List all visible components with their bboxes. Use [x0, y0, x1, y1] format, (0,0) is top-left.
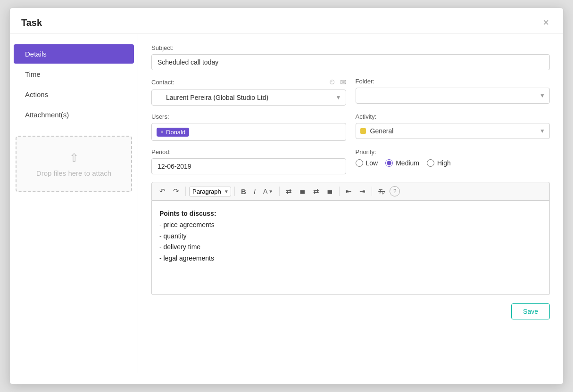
contact-label: Contact:: [151, 79, 174, 86]
clear-format-button[interactable]: Tₚ: [375, 186, 388, 197]
modal-header: Task ×: [10, 8, 563, 34]
modal-body: Details Time Actions Attachment(s) ⇧ Dro…: [10, 34, 563, 373]
activity-select-wrapper: General ▼: [356, 123, 550, 139]
sidebar-item-actions[interactable]: Actions: [14, 85, 134, 104]
period-label: Period:: [151, 148, 346, 155]
main-content: Subject: Contact: ☺ ✉ ☺: [138, 34, 563, 373]
person-icon[interactable]: ☺: [328, 78, 336, 87]
redo-button[interactable]: ↷: [170, 185, 182, 197]
users-label: Users:: [151, 113, 346, 120]
editor-toolbar: ↶ ↷ Paragraph ▼ B I A ▼: [151, 182, 550, 201]
outdent-button[interactable]: ⇤: [343, 185, 355, 197]
toolbar-sep-4: [339, 187, 340, 196]
sidebar-item-attachments[interactable]: Attachment(s): [14, 105, 134, 124]
activity-label: Activity:: [356, 113, 550, 120]
folder-group: Folder: ▼: [356, 78, 550, 106]
contact-icons: ☺ ✉: [328, 78, 346, 87]
priority-high-radio[interactable]: [427, 159, 434, 167]
subject-input[interactable]: [151, 54, 550, 70]
undo-button[interactable]: ↶: [157, 185, 168, 197]
save-button[interactable]: Save: [511, 303, 550, 319]
task-modal: Task × Details Time Actions Attachment(s…: [9, 8, 564, 384]
priority-high[interactable]: High: [427, 159, 451, 167]
upload-icon: ⇧: [69, 151, 79, 164]
activity-select[interactable]: General: [356, 123, 550, 139]
priority-medium[interactable]: Medium: [385, 159, 419, 167]
align-left-button[interactable]: ⇄: [283, 185, 295, 197]
activity-group: Activity: General ▼: [356, 113, 550, 141]
editor-body[interactable]: Points to discuss: - price agreements - …: [151, 201, 550, 295]
priority-label: Priority:: [356, 148, 550, 155]
contact-select-wrapper-inner: Laurent Pereira (Global Studio Ltd) ▼: [151, 90, 346, 106]
highlight-button[interactable]: A ▼: [260, 186, 276, 197]
period-input[interactable]: [151, 158, 346, 174]
toolbar-sep-1: [185, 187, 186, 196]
priority-medium-radio[interactable]: [385, 159, 393, 167]
highlight-dropdown[interactable]: ▼: [268, 189, 273, 194]
folder-select-wrapper: ▼: [356, 88, 550, 104]
help-button[interactable]: ?: [390, 186, 400, 196]
priority-low-radio[interactable]: [356, 159, 363, 167]
toolbar-sep-5: [372, 187, 372, 196]
subject-row: Subject:: [151, 44, 550, 70]
users-input[interactable]: × Donald: [151, 123, 346, 141]
paragraph-select[interactable]: Paragraph: [189, 187, 231, 196]
align-justify-button[interactable]: ≣: [324, 185, 336, 197]
editor-line-2: - quantity: [159, 231, 542, 242]
user-tag-donald: × Donald: [157, 128, 189, 137]
editor: ↶ ↷ Paragraph ▼ B I A ▼: [151, 182, 550, 295]
toolbar-sep-2: [234, 187, 235, 196]
editor-line-4: - legal agreements: [159, 253, 542, 264]
folder-select[interactable]: [356, 88, 550, 104]
close-button[interactable]: ×: [540, 16, 552, 29]
contact-select[interactable]: Laurent Pereira (Global Studio Ltd): [151, 90, 346, 106]
italic-button[interactable]: I: [251, 186, 258, 197]
subject-label: Subject:: [151, 44, 550, 51]
paragraph-wrapper: Paragraph ▼: [189, 187, 231, 196]
drop-zone-label: Drop files here to attach: [36, 169, 111, 177]
editor-line-3: - delivery time: [159, 242, 542, 253]
users-group: Users: × Donald: [151, 113, 346, 141]
email-icon[interactable]: ✉: [340, 78, 346, 87]
priority-low-label: Low: [366, 159, 378, 167]
priority-options: Low Medium High: [356, 155, 550, 171]
folder-label: Folder:: [356, 78, 550, 85]
footer-row: Save: [151, 299, 550, 321]
editor-bold-text: Points to discuss:: [159, 210, 216, 217]
highlight-icon: A: [263, 188, 267, 195]
activity-dot: [360, 128, 366, 134]
contact-select-wrapper: ☺ Laurent Pereira (Global Studio Ltd) ▼: [151, 90, 346, 106]
align-right-button[interactable]: ⇄: [310, 185, 322, 197]
bold-button[interactable]: B: [238, 186, 249, 197]
priority-high-label: High: [437, 159, 451, 167]
priority-group: Priority: Low Medium High: [356, 148, 550, 174]
user-tag-label: Donald: [166, 129, 185, 136]
editor-line-1: - price agreements: [159, 220, 542, 231]
user-tag-remove[interactable]: ×: [160, 129, 164, 135]
sidebar-item-time[interactable]: Time: [14, 65, 134, 84]
modal-title: Task: [21, 17, 42, 28]
drop-zone[interactable]: ⇧ Drop files here to attach: [16, 136, 132, 192]
align-center-button[interactable]: ≣: [297, 185, 308, 197]
indent-button[interactable]: ⇥: [357, 185, 368, 197]
priority-low[interactable]: Low: [356, 159, 378, 167]
contact-group: Contact: ☺ ✉ ☺ Laurent Pereira (Global S…: [151, 78, 346, 106]
priority-medium-label: Medium: [396, 159, 419, 167]
sidebar: Details Time Actions Attachment(s) ⇧ Dro…: [10, 34, 138, 373]
period-group: Period:: [151, 148, 346, 174]
sidebar-item-details[interactable]: Details: [14, 44, 134, 64]
toolbar-sep-3: [279, 187, 280, 196]
